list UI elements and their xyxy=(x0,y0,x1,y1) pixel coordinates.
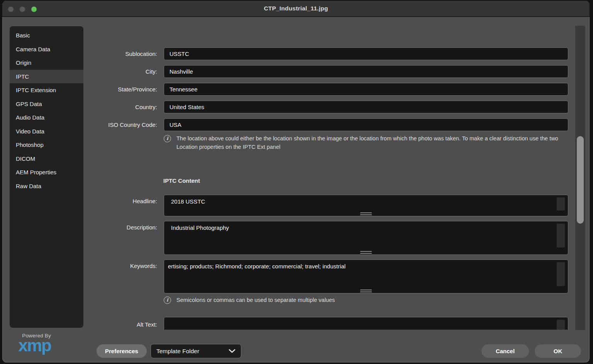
iso-country-code-input[interactable] xyxy=(164,118,568,131)
vertical-scrollbar-thumb[interactable] xyxy=(577,136,584,224)
city-input[interactable] xyxy=(164,65,568,78)
keywords-resize-handle-icon[interactable] xyxy=(360,290,372,292)
info-icon: i xyxy=(164,297,171,304)
alt-text-scrollbar[interactable] xyxy=(557,320,565,330)
description-resize-handle-icon[interactable] xyxy=(360,251,372,254)
sublocation-input[interactable] xyxy=(164,47,568,60)
titlebar: CTP_Industrial_11.jpg xyxy=(2,1,590,17)
iptc-content-header: IPTC Content xyxy=(163,177,200,184)
keywords-note-text: Semicolons or commas can be used to sepa… xyxy=(176,296,566,305)
description-textarea[interactable]: Industrial Photography xyxy=(164,221,568,255)
alt-text-label: Alt Text: xyxy=(2,318,157,330)
iptc-form-panel: Sublocation: City: State/Province: Count… xyxy=(2,18,574,330)
info-icon: i xyxy=(164,135,171,142)
template-folder-dropdown[interactable]: Template Folder xyxy=(151,344,241,358)
country-input[interactable] xyxy=(164,101,568,113)
file-info-dialog: CTP_Industrial_11.jpg Basic Camera Data … xyxy=(2,1,590,362)
alt-text-field xyxy=(164,317,568,330)
state-province-label: State/Province: xyxy=(2,83,157,96)
keywords-scrollbar[interactable] xyxy=(557,262,565,286)
keywords-textarea[interactable]: ertising; products; Richmond; corporate;… xyxy=(164,260,568,293)
headline-field: 2018 USSTC xyxy=(164,195,568,216)
ok-button[interactable]: OK xyxy=(535,344,581,358)
description-label: Description: xyxy=(2,221,157,234)
headline-label: Headline: xyxy=(2,195,157,207)
sublocation-label: Sublocation: xyxy=(2,47,157,60)
chevron-down-icon xyxy=(229,349,236,353)
headline-resize-handle-icon[interactable] xyxy=(360,212,372,215)
preferences-button[interactable]: Preferences xyxy=(97,344,147,358)
city-label: City: xyxy=(2,65,157,78)
cancel-button[interactable]: Cancel xyxy=(481,344,529,358)
iso-country-code-label: ISO Country Code: xyxy=(2,118,157,131)
keywords-label: Keywords: xyxy=(2,260,157,272)
description-field: Industrial Photography xyxy=(164,221,568,255)
keywords-field: ertising; products; Richmond; corporate;… xyxy=(164,260,568,293)
description-scrollbar[interactable] xyxy=(557,224,565,248)
xmp-logo-text: xmp xyxy=(14,339,51,352)
template-folder-label: Template Folder xyxy=(156,348,229,355)
window-title: CTP_Industrial_11.jpg xyxy=(2,1,590,16)
dialog-footer: Powered By xmp Preferences Template Fold… xyxy=(2,330,590,362)
state-province-input[interactable] xyxy=(164,83,568,96)
headline-scrollbar[interactable] xyxy=(557,197,565,211)
xmp-logo: Powered By xmp xyxy=(14,333,51,352)
location-note-text: The location above could either be the l… xyxy=(176,135,566,151)
country-label: Country: xyxy=(2,101,157,113)
alt-text-textarea[interactable] xyxy=(164,317,568,330)
